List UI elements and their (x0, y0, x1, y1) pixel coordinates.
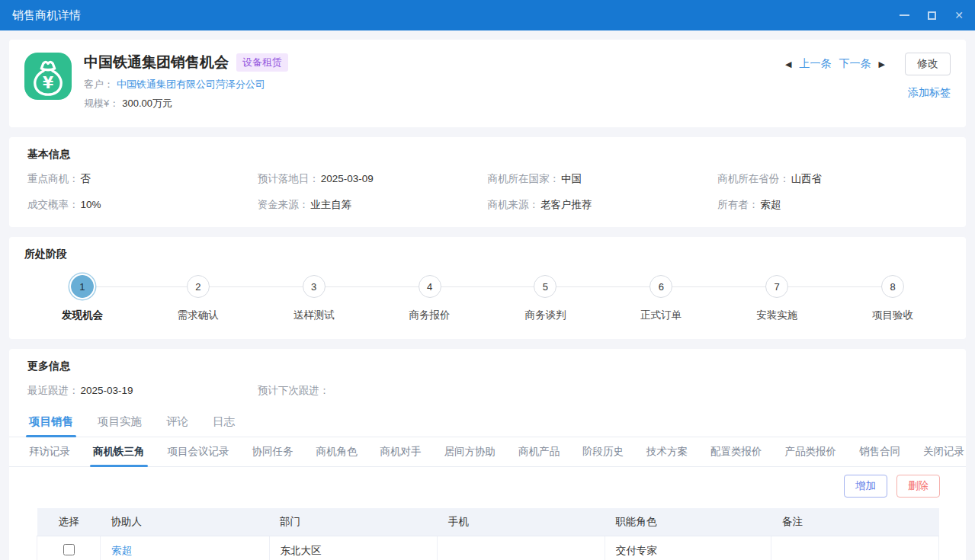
svg-text:¥: ¥ (43, 74, 53, 92)
minimize-icon[interactable] (899, 10, 909, 21)
edit-button[interactable]: 修改 (905, 53, 951, 75)
info-field-value: 10% (81, 199, 101, 210)
follow-field: 预计下次跟进： (258, 384, 488, 398)
info-field-label: 商机所在国家： (488, 173, 560, 184)
subtab-关闭记录[interactable]: 关闭记录 (922, 437, 966, 466)
header-actions: ◀ 上一条 下一条 ▶ 修改 添加标签 (785, 53, 951, 115)
assistants-table-wrap: 选择协助人部门手机职能角色备注 索超东北大区交付专家穆弘东北大区挂帅高管 (9, 504, 966, 560)
add-button[interactable]: 增加 (844, 475, 887, 498)
stage-step-circle[interactable]: 4 (419, 275, 441, 298)
stage-step-circle[interactable]: 3 (303, 275, 326, 298)
subtab-项目会议记录[interactable]: 项目会议记录 (166, 437, 231, 466)
info-field-label: 商机来源： (488, 199, 540, 210)
info-field-label: 预计落地日： (258, 173, 319, 184)
opportunity-tag-badge: 设备租赁 (236, 53, 288, 72)
stage-step: 4商务报价 (372, 275, 488, 322)
info-field-value: 中国 (561, 173, 582, 184)
prev-arrow-icon[interactable]: ◀ (785, 59, 791, 69)
column-header: 选择 (37, 508, 101, 536)
add-tag-link[interactable]: 添加标签 (908, 86, 951, 100)
assistants-table: 选择协助人部门手机职能角色备注 索超东北大区交付专家穆弘东北大区挂帅高管 (37, 508, 939, 560)
customer-link[interactable]: 中国铁通集团有限公司菏泽分公司 (117, 78, 265, 91)
column-header: 职能角色 (605, 508, 771, 536)
subtab-商机产品[interactable]: 商机产品 (517, 437, 561, 466)
info-field-label: 成交概率： (27, 199, 79, 210)
next-record-link[interactable]: 下一条 (839, 57, 871, 71)
window-controls: ✕ (899, 10, 964, 21)
table-toolbar: 增加 删除 (9, 467, 966, 504)
subtab-商机对手[interactable]: 商机对手 (379, 437, 423, 466)
stage-step-label: 需求确认 (178, 309, 219, 322)
info-field-value: 业主自筹 (310, 199, 351, 210)
info-field-value: 山西省 (791, 173, 823, 184)
stage-step-circle[interactable]: 5 (534, 275, 556, 298)
basic-info-grid: 重点商机：否预计落地日：2025-03-09商机所在国家：中国商机所在省份：山西… (27, 172, 948, 212)
stage-step: 8项目验收 (835, 275, 951, 322)
subtab-配置类报价[interactable]: 配置类报价 (709, 437, 764, 466)
info-field: 重点商机：否 (27, 172, 258, 186)
stage-card: 所处阶段 1发现机会2需求确认3送样测试4商务报价5商务谈判6正式订单7安装实施… (9, 237, 966, 339)
column-header: 手机 (438, 508, 605, 536)
stage-title: 所处阶段 (24, 248, 951, 261)
table-header-row: 选择协助人部门手机职能角色备注 (37, 508, 939, 536)
subtab-商机角色[interactable]: 商机角色 (315, 437, 359, 466)
tab-项目销售[interactable]: 项目销售 (27, 408, 75, 437)
table-row: 索超东北大区交付专家 (37, 536, 939, 560)
delete-button[interactable]: 删除 (896, 475, 940, 498)
prev-record-link[interactable]: 上一条 (800, 57, 832, 71)
window-titlebar: 销售商机详情 ✕ (0, 0, 975, 30)
main-tabs: 项目销售项目实施评论日志 (9, 408, 966, 437)
info-field-value: 老客户推荐 (540, 199, 592, 210)
stage-step: 6正式订单 (603, 275, 719, 322)
subtab-协同任务[interactable]: 协同任务 (251, 437, 295, 466)
column-header: 部门 (269, 508, 438, 536)
stage-step: 5商务谈判 (488, 275, 604, 322)
info-field-label: 所有者： (717, 199, 759, 210)
close-icon[interactable]: ✕ (954, 10, 964, 21)
stage-step-circle[interactable]: 8 (881, 275, 904, 298)
stage-step-label: 商务谈判 (524, 309, 566, 322)
opportunity-summary: ¥ 中国铁通集团销售机会 设备租赁 客户： 中国铁通集团有限公司菏泽分公司 规模… (24, 53, 288, 115)
info-field-value: 索超 (760, 199, 781, 210)
page-body: ¥ 中国铁通集团销售机会 设备租赁 客户： 中国铁通集团有限公司菏泽分公司 规模… (0, 30, 975, 560)
stage-step: 2需求确认 (140, 275, 256, 322)
more-info-card: 更多信息 最近跟进：2025-03-19预计下次跟进： 项目销售项目实施评论日志… (9, 349, 966, 560)
subtab-阶段历史[interactable]: 阶段历史 (581, 437, 625, 466)
tab-评论[interactable]: 评论 (165, 408, 190, 437)
tab-日志[interactable]: 日志 (211, 408, 236, 437)
next-arrow-icon[interactable]: ▶ (879, 59, 885, 69)
subtab-销售合同[interactable]: 销售合同 (858, 437, 902, 466)
stage-step-circle[interactable]: 6 (649, 275, 672, 298)
info-field-value: 2025-03-09 (321, 173, 374, 184)
maximize-icon[interactable] (926, 10, 937, 21)
scale-value: 300.00万元 (122, 97, 172, 110)
follow-field-label: 预计下次跟进： (258, 385, 330, 396)
follow-field-value: 2025-03-19 (81, 385, 133, 396)
opportunity-header-card: ¥ 中国铁通集团销售机会 设备租赁 客户： 中国铁通集团有限公司菏泽分公司 规模… (9, 40, 966, 127)
stage-step-circle[interactable]: 1 (71, 275, 94, 298)
stage-step-circle[interactable]: 2 (187, 275, 210, 298)
window-title: 销售商机详情 (12, 8, 81, 23)
column-header: 协助人 (101, 508, 270, 536)
stage-step-circle[interactable]: 7 (765, 275, 788, 298)
mobile-cell (438, 536, 605, 560)
info-field: 商机所在国家：中国 (488, 172, 718, 186)
tab-项目实施[interactable]: 项目实施 (96, 408, 143, 437)
info-field: 商机所在省份：山西省 (717, 172, 948, 186)
stage-step-label: 安装实施 (756, 309, 797, 322)
assistant-link[interactable]: 索超 (111, 545, 132, 556)
info-field: 所有者：索超 (717, 198, 948, 212)
stage-stepper: 1发现机会2需求确认3送样测试4商务报价5商务谈判6正式订单7安装实施8项目验收 (24, 275, 951, 322)
stage-step: 3送样测试 (256, 275, 372, 322)
more-info-title: 更多信息 (27, 360, 948, 373)
subtab-居间方协助[interactable]: 居间方协助 (443, 437, 498, 466)
subtab-拜访记录[interactable]: 拜访记录 (27, 437, 72, 466)
row-checkbox[interactable] (63, 544, 75, 555)
subtab-商机铁三角[interactable]: 商机铁三角 (91, 437, 146, 466)
subtab-技术方案[interactable]: 技术方案 (645, 437, 689, 466)
column-header: 备注 (771, 508, 939, 536)
money-bag-icon: ¥ (24, 53, 72, 100)
info-field-label: 重点商机： (27, 173, 79, 184)
subtab-产品类报价[interactable]: 产品类报价 (784, 437, 839, 466)
stage-step-label: 发现机会 (62, 309, 103, 322)
